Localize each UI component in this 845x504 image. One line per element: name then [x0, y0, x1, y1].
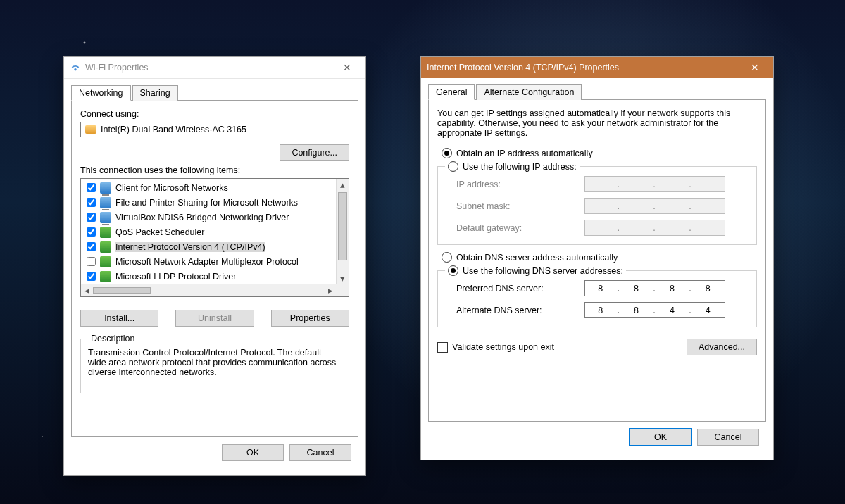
default-gateway-label: Default gateway:: [456, 223, 576, 233]
green-icon: [100, 256, 111, 267]
items-label: This connection uses the following items…: [80, 165, 349, 175]
default-gateway-field: ...: [584, 220, 725, 236]
subnet-mask-label: Subnet mask:: [456, 201, 576, 211]
item-label: Client for Microsoft Networks: [115, 183, 228, 193]
configure-button[interactable]: Configure...: [280, 144, 349, 161]
tcpip-titlebar[interactable]: Internet Protocol Version 4 (TCP/IPv4) P…: [421, 57, 773, 78]
tcpip-intro: You can get IP settings assigned automat…: [437, 108, 757, 138]
list-item[interactable]: File and Printer Sharing for Microsoft N…: [81, 195, 337, 210]
item-label: Internet Protocol Version 4 (TCP/IPv4): [115, 242, 265, 252]
item-checkbox[interactable]: [87, 198, 96, 207]
close-icon[interactable]: ✕: [333, 59, 361, 76]
description-text: Transmission Control Protocol/Internet P…: [88, 348, 342, 386]
wifi-titlebar[interactable]: Wi-Fi Properties ✕: [64, 57, 365, 79]
list-item[interactable]: Microsoft Network Adapter Multiplexor Pr…: [81, 254, 337, 269]
tcpip-tabpanel: You can get IP settings assigned automat…: [428, 99, 766, 422]
adapter-field[interactable]: Intel(R) Dual Band Wireless-AC 3165: [80, 122, 349, 137]
close-icon[interactable]: ✕: [741, 59, 769, 76]
tcpip-properties-dialog: Internet Protocol Version 4 (TCP/IPv4) P…: [420, 56, 774, 460]
ip-address-label: IP address:: [456, 179, 576, 189]
tab-general[interactable]: General: [428, 84, 475, 100]
subnet-mask-field: ...: [584, 198, 725, 214]
list-item[interactable]: VirtualBox NDIS6 Bridged Networking Driv…: [81, 210, 337, 225]
tab-networking[interactable]: Networking: [71, 85, 131, 101]
wifi-icon: [70, 62, 81, 73]
dns-auto-radio[interactable]: [442, 252, 452, 263]
dns-manual-radio[interactable]: [448, 265, 458, 276]
green-icon: [100, 227, 111, 238]
nic-icon: [85, 125, 96, 134]
item-label: VirtualBox NDIS6 Bridged Networking Driv…: [115, 213, 289, 222]
list-item[interactable]: Client for Microsoft Networks: [81, 180, 337, 195]
item-checkbox[interactable]: [87, 183, 96, 192]
item-checkbox[interactable]: [87, 213, 96, 222]
scroll-up-icon[interactable]: ▴: [337, 179, 349, 191]
vertical-scrollbar[interactable]: ▴ ▾: [336, 179, 349, 284]
ip-auto-radio[interactable]: [442, 148, 452, 158]
description-legend: Description: [88, 334, 138, 344]
monitor-icon: [100, 182, 111, 194]
list-item[interactable]: Internet Protocol Version 4 (TCP/IPv4): [81, 239, 337, 254]
cancel-button[interactable]: Cancel: [697, 429, 759, 446]
ip-manual-label: Use the following IP address:: [463, 162, 577, 172]
preferred-dns-label: Preferred DNS server:: [456, 284, 576, 294]
item-checkbox[interactable]: [87, 227, 96, 237]
tcpip-tabstrip: General Alternate Configuration: [428, 84, 766, 99]
validate-settings-label: Validate settings upon exit: [452, 342, 554, 352]
ok-button[interactable]: OK: [630, 429, 691, 446]
tab-sharing[interactable]: Sharing: [132, 85, 178, 101]
item-checkbox[interactable]: [87, 242, 96, 251]
wifi-tabpanel: Connect using: Intel(R) Dual Band Wirele…: [71, 100, 358, 437]
tab-alternate-configuration[interactable]: Alternate Configuration: [476, 84, 582, 100]
item-label: Microsoft Network Adapter Multiplexor Pr…: [115, 257, 299, 267]
tcpip-title: Internet Protocol Version 4 (TCP/IPv4) P…: [427, 63, 741, 73]
uninstall-button: Uninstall: [175, 310, 254, 327]
scroll-thumb[interactable]: [338, 192, 347, 260]
wifi-properties-dialog: Wi-Fi Properties ✕ Networking Sharing Co…: [63, 56, 366, 476]
wifi-title: Wi-Fi Properties: [85, 63, 333, 73]
connect-using-label: Connect using:: [80, 109, 349, 119]
ip-manual-radio[interactable]: [448, 161, 458, 172]
wifi-tabstrip: Networking Sharing: [71, 84, 358, 100]
items-listbox[interactable]: Client for Microsoft NetworksFile and Pr…: [80, 178, 349, 297]
list-item[interactable]: Microsoft LLDP Protocol Driver: [81, 269, 337, 284]
ip-address-field: ...: [584, 176, 725, 192]
ip-auto-label: Obtain an IP address automatically: [456, 149, 593, 158]
monitor-icon: [100, 212, 111, 223]
item-label: File and Printer Sharing for Microsoft N…: [115, 198, 298, 208]
alternate-dns-label: Alternate DNS server:: [456, 305, 576, 315]
horizontal-scrollbar[interactable]: ◂ ▸: [81, 284, 337, 296]
validate-settings-checkbox[interactable]: [437, 342, 448, 353]
item-label: QoS Packet Scheduler: [115, 227, 204, 237]
install-button[interactable]: Install...: [80, 310, 158, 327]
advanced-button[interactable]: Advanced...: [687, 339, 757, 355]
alternate-dns-field[interactable]: 8.8.4.4: [584, 302, 725, 318]
monitor-icon: [100, 197, 111, 208]
properties-button[interactable]: Properties: [271, 310, 349, 327]
green-icon: [100, 271, 111, 282]
ok-button[interactable]: OK: [222, 444, 284, 461]
list-item[interactable]: QoS Packet Scheduler: [81, 225, 337, 239]
dns-manual-label: Use the following DNS server addresses:: [463, 266, 623, 276]
item-label: Microsoft LLDP Protocol Driver: [115, 272, 236, 282]
scroll-down-icon[interactable]: ▾: [337, 272, 349, 284]
item-checkbox[interactable]: [87, 272, 96, 281]
preferred-dns-field[interactable]: 8.8.8.8: [584, 280, 725, 296]
cancel-button[interactable]: Cancel: [289, 444, 351, 461]
scroll-right-icon[interactable]: ▸: [325, 284, 337, 296]
scroll-left-icon[interactable]: ◂: [81, 284, 93, 296]
dns-auto-label: Obtain DNS server address automatically: [456, 253, 618, 263]
item-checkbox[interactable]: [87, 257, 96, 266]
green-icon: [100, 241, 111, 253]
adapter-name: Intel(R) Dual Band Wireless-AC 3165: [101, 125, 246, 134]
